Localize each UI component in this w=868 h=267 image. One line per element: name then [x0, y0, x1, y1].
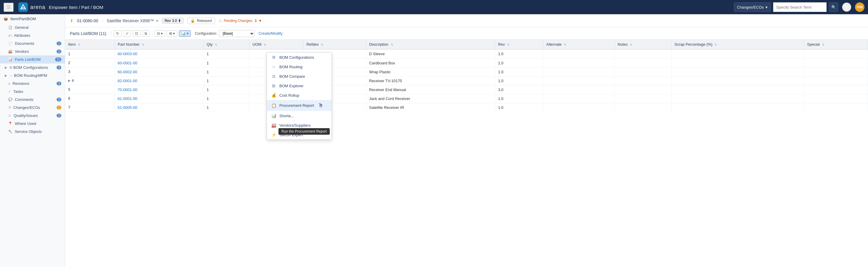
sidebar-item-label: Vendors: [15, 49, 29, 54]
column-header-uom[interactable]: UOM ⇅: [249, 40, 303, 49]
hamburger-menu-button[interactable]: ☰: [4, 3, 13, 12]
sidebar-item-label: Changes/ECOs: [13, 105, 40, 110]
search-input[interactable]: [773, 2, 827, 12]
sidebar-item-vendors[interactable]: 🏭 Vendors 2: [0, 48, 65, 55]
user-avatar[interactable]: HW: [855, 2, 864, 12]
dropdown-vendors-suppliers[interactable]: 🏭 Vendors/Suppliers: [267, 121, 332, 130]
part-number-link[interactable]: 60-0002-00: [118, 70, 137, 74]
cell-special: [804, 68, 868, 76]
help-button[interactable]: ?: [842, 2, 851, 12]
copy-button[interactable]: ⧉: [142, 30, 150, 37]
row-expand-button[interactable]: ▶: [68, 79, 70, 82]
cell-item: 6: [65, 94, 115, 103]
dropdown-item-label: BOM Explorer: [279, 84, 304, 88]
cell-qty: 1: [204, 76, 249, 85]
quality-icon: ⚠: [8, 114, 11, 117]
cell-item: ▶4: [65, 76, 115, 85]
chart-view-button[interactable]: 📊 ▾: [179, 30, 191, 37]
documents-badge: 1: [57, 42, 61, 45]
cell-notes: [614, 58, 671, 68]
sort-icon: ⇅: [78, 43, 80, 46]
part-number-link[interactable]: 51-0005-00: [118, 105, 137, 110]
chart-dropdown-menu: ⚙ BOM Configurations ↔ BOM Routing ⚖ BOM…: [267, 52, 332, 140]
sidebar-item-documents[interactable]: 📄 Documents 1: [0, 39, 65, 48]
collapse-button[interactable]: ⊡: [133, 30, 141, 37]
col-qty-label: Qty: [207, 42, 213, 47]
search-category-dropdown[interactable]: Changes/ECOs ▾: [734, 2, 771, 12]
revision-badge[interactable]: Rev 3.0 ⬆: [162, 18, 184, 24]
col-notes-label: Notes: [618, 42, 628, 47]
collapse-icon: ⊡: [135, 31, 138, 35]
part-number-link[interactable]: 81-0001-00: [118, 97, 137, 101]
main-layout: 📦 Item/Part/BOM 📋 General 🏷 Attributes 📄…: [0, 14, 868, 267]
cell-description: Wrap Plastic: [366, 68, 495, 76]
toolbar-separator-2: [152, 31, 152, 36]
table-header-row: Item ⇅ Part Number ⇅ Qty ⇅ UOM: [65, 40, 868, 49]
bom-configurations-icon: ⚙: [271, 55, 276, 60]
sidebar-item-general[interactable]: 📋 General: [0, 23, 65, 31]
cell-item: 7: [65, 103, 115, 112]
sidebar-item-quality-issues[interactable]: ⚠ Quality/Issues 2: [0, 111, 65, 119]
sidebar-item-label: Parts List/BOM: [15, 57, 40, 62]
expand-button[interactable]: ⤢: [123, 30, 131, 37]
expand-icon: ▶: [5, 66, 7, 69]
search-button[interactable]: 🔍: [829, 2, 838, 12]
dropdown-bom-explorer[interactable]: ⊞ BOM Explorer: [267, 81, 332, 90]
item-part-number: 01-0080-00: [77, 18, 98, 23]
column-header-special[interactable]: Special ⇅: [804, 40, 868, 49]
dropdown-shortage[interactable]: 📊 Shorta...: [267, 111, 332, 121]
dropdown-item-label: BOM Compare: [279, 74, 305, 79]
dropdown-bom-compare[interactable]: ⚖ BOM Compare: [267, 72, 332, 81]
part-number-link[interactable]: 60-0003-00: [118, 52, 137, 56]
sidebar-item-where-used[interactable]: 📍 Where Used: [0, 119, 65, 128]
columns-button[interactable]: ⊞ ▾: [167, 30, 177, 37]
sidebar-top-item[interactable]: 📦 Item/Part/BOM: [0, 14, 65, 23]
sidebar-item-parts-list-bom[interactable]: 📊 Parts List/BOM 11: [0, 55, 65, 63]
cell-alternate: [543, 68, 614, 76]
sidebar-item-revisions[interactable]: ≡ Revisions 3: [0, 80, 65, 87]
column-header-rev[interactable]: Rev ⇅: [495, 40, 543, 49]
column-header-refdes[interactable]: Refdes ⇅: [303, 40, 366, 49]
refresh-button[interactable]: ↻: [114, 30, 121, 37]
sort-icon: ⇅: [564, 43, 566, 46]
sidebar-item-service-objects[interactable]: 🔧 Service Objects: [0, 128, 65, 136]
bom-config-icon: ⊞: [9, 65, 12, 70]
column-header-qty[interactable]: Qty ⇅: [204, 40, 249, 49]
bom-explorer-icon: ⊞: [271, 83, 276, 88]
sidebar-item-tasks[interactable]: ✓ Tasks: [0, 87, 65, 96]
cell-special: [804, 103, 868, 112]
column-header-part-number[interactable]: Part Number ⇅: [115, 40, 204, 49]
cell-special: [804, 85, 868, 94]
column-header-notes[interactable]: Notes ⇅: [614, 40, 671, 49]
cell-description: Cardboard Box: [366, 58, 495, 68]
part-number-link[interactable]: 70-0001-00: [118, 87, 137, 92]
filter-button[interactable]: ⊟ ▾: [155, 30, 165, 37]
pending-warning-icon: ⚠: [219, 19, 222, 23]
configuration-select[interactable]: [Base]: [219, 30, 254, 37]
col-alternate-label: Alternate: [546, 42, 562, 47]
sidebar-item-attributes[interactable]: 🏷 Attributes: [0, 31, 65, 39]
column-header-item[interactable]: Item ⇅: [65, 40, 115, 49]
sidebar-item-bom-configurations[interactable]: ▶ ⊞ BOM Configurations 3: [0, 63, 65, 72]
column-header-alternate[interactable]: Alternate ⇅: [543, 40, 614, 49]
sidebar-item-bom-routing-mpm[interactable]: ▶ ↔ BOM Routing/MPM: [0, 72, 65, 80]
part-number-link[interactable]: 60-0001-00: [118, 61, 137, 65]
pending-changes[interactable]: ⚠ Pending Changes: 1 ▼: [219, 19, 262, 23]
part-number-link[interactable]: 82-0001-00: [118, 79, 137, 83]
search-area: Changes/ECOs ▾ 🔍: [734, 2, 838, 12]
column-header-description[interactable]: Description ⇅: [366, 40, 495, 49]
column-header-scrap[interactable]: Scrap Percentage (%) ⇅: [671, 40, 804, 49]
cell-qty: 1: [204, 68, 249, 76]
sidebar-item-changes-ecos[interactable]: ↺ Changes/ECOs 1: [0, 104, 65, 111]
sidebar-item-comments[interactable]: 💬 Comments 2: [0, 96, 65, 104]
dropdown-bom-routing[interactable]: ↔ BOM Routing: [267, 62, 332, 72]
copy-icon: ⧉: [145, 31, 147, 35]
dropdown-procurement-report[interactable]: 📋 Procurement Report 🖱: [267, 100, 332, 111]
dropdown-cost-rollup[interactable]: 💰 Cost Rollup: [267, 90, 332, 100]
create-modify-link[interactable]: Create/Modify: [259, 31, 283, 35]
sidebar-item-label: Quality/Issues: [13, 113, 38, 118]
dropdown-silicon-expert[interactable]: ⚡ Silicon Expert: [267, 130, 332, 139]
table-row: 160-0003-001D Sleeve1.0: [65, 49, 868, 58]
dropdown-bom-configurations[interactable]: ⚙ BOM Configurations: [267, 53, 332, 62]
tasks-icon: ✓: [8, 89, 11, 94]
